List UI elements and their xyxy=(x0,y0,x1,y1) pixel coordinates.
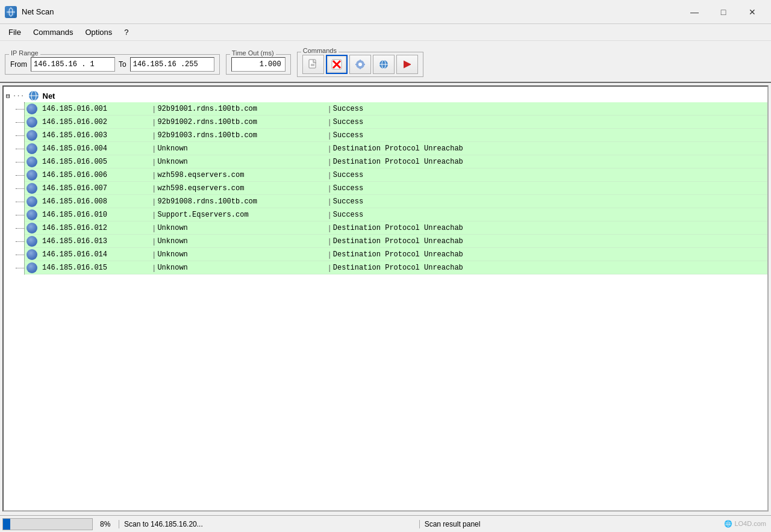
table-row[interactable]: 146.185.016.013|Unknown|Destination Prot… xyxy=(24,235,767,248)
row-sep1: | xyxy=(153,131,155,140)
row-ip: 146.185.016.004 xyxy=(42,144,151,153)
tree-root: ⊟ ··· Net 146.185.016.001|92b91001.rdns.… xyxy=(4,87,767,277)
close-button[interactable]: ✕ xyxy=(738,3,766,21)
row-sep1: | xyxy=(153,157,155,166)
row-status: Success xyxy=(333,118,363,126)
minimize-button[interactable]: — xyxy=(681,3,708,21)
table-row[interactable]: 146.185.016.015|Unknown|Destination Prot… xyxy=(24,261,767,274)
row-ip: 146.185.016.002 xyxy=(42,118,151,126)
scan-row-wrapper: 146.185.016.007|wzh598.eqservers.com|Suc… xyxy=(16,182,767,195)
scan-rows-container: 146.185.016.001|92b91001.rdns.100tb.com|… xyxy=(16,102,767,274)
row-sep2: | xyxy=(328,117,330,126)
host-icon xyxy=(27,117,37,128)
row-sep2: | xyxy=(328,263,330,272)
row-sep1: | xyxy=(153,104,155,113)
tree-expand-btn[interactable]: ⊟ xyxy=(6,92,10,100)
scan-row-wrapper: 146.185.016.003|92b91003.rdns.100tb.com|… xyxy=(16,129,767,142)
from-ip-input[interactable] xyxy=(31,57,115,72)
row-host: wzh598.eqservers.com xyxy=(157,184,326,193)
menu-item-?[interactable]: ? xyxy=(118,26,134,39)
row-sep2: | xyxy=(328,131,330,140)
row-sep2: | xyxy=(328,210,330,219)
options-button[interactable] xyxy=(349,55,371,74)
row-ip: 146.185.016.006 xyxy=(42,171,151,179)
host-icon xyxy=(27,209,37,220)
timeout-label: Time Out (ms) xyxy=(230,49,276,57)
lo4d-logo: 🌐 LO4D.com xyxy=(719,520,771,528)
host-icon xyxy=(27,143,37,154)
table-row[interactable]: 146.185.016.004|Unknown|Destination Prot… xyxy=(24,142,767,155)
row-sep1: | xyxy=(153,210,155,219)
ip-range-group: IP Range From To xyxy=(5,54,220,75)
svg-rect-14 xyxy=(363,64,365,65)
row-ip: 146.185.016.003 xyxy=(42,131,151,140)
host-icon xyxy=(27,196,37,207)
scan-row-wrapper: 146.185.016.015|Unknown|Destination Prot… xyxy=(16,261,767,274)
table-row[interactable]: 146.185.016.012|Unknown|Destination Prot… xyxy=(24,221,767,235)
row-sep2: | xyxy=(328,223,330,232)
scan-row-wrapper: 146.185.016.005|Unknown|Destination Prot… xyxy=(16,155,767,169)
host-icon xyxy=(27,223,37,234)
row-sep1: | xyxy=(153,117,155,126)
row-host: wzh598.eqservers.com xyxy=(157,171,326,179)
menu-item-commands[interactable]: Commands xyxy=(27,26,79,39)
maximize-button[interactable]: □ xyxy=(710,3,737,21)
row-status: Destination Protocol Unreachab xyxy=(333,250,463,259)
network-button[interactable] xyxy=(373,55,395,74)
status-bar: 8% Scan to 146.185.16.20... Scan result … xyxy=(0,515,771,532)
timeout-input[interactable] xyxy=(231,57,286,72)
main-content[interactable]: ⊟ ··· Net 146.185.016.001|92b91001.rdns.… xyxy=(2,85,769,512)
host-icon xyxy=(27,104,37,114)
row-ip: 146.185.016.008 xyxy=(42,197,151,206)
stop-button[interactable] xyxy=(326,55,348,74)
host-icon xyxy=(27,170,37,181)
row-host: 92b91002.rdns.100tb.com xyxy=(157,118,326,126)
scan-row-wrapper: 146.185.016.012|Unknown|Destination Prot… xyxy=(16,221,767,235)
table-row[interactable]: 146.185.016.014|Unknown|Destination Prot… xyxy=(24,248,767,261)
table-row[interactable]: 146.185.016.007|wzh598.eqservers.com|Suc… xyxy=(24,182,767,195)
status-panel: Scan result panel xyxy=(420,520,720,528)
table-row[interactable]: 146.185.016.003|92b91003.rdns.100tb.com|… xyxy=(24,129,767,142)
status-message: Scan to 146.185.16.20... xyxy=(119,520,420,528)
to-label: To xyxy=(119,60,126,69)
new-button[interactable] xyxy=(302,55,324,74)
table-row[interactable]: 146.185.016.008|92b91008.rdns.100tb.com|… xyxy=(24,195,767,208)
row-host: Support.Eqservers.com xyxy=(157,211,326,219)
from-label: From xyxy=(10,60,27,69)
to-ip-input[interactable] xyxy=(130,57,214,72)
row-ip: 146.185.016.013 xyxy=(42,237,151,246)
row-sep2: | xyxy=(328,157,330,166)
host-icon xyxy=(27,156,37,167)
row-sep1: | xyxy=(153,223,155,232)
row-sep2: | xyxy=(328,197,330,206)
row-status: Destination Protocol Unreachab xyxy=(333,158,463,166)
row-sep2: | xyxy=(328,144,330,153)
row-host: Unknown xyxy=(157,264,326,272)
row-host: Unknown xyxy=(157,144,326,153)
table-row[interactable]: 146.185.016.005|Unknown|Destination Prot… xyxy=(24,155,767,169)
run-button[interactable] xyxy=(396,55,418,74)
row-host: 92b91001.rdns.100tb.com xyxy=(157,105,326,113)
row-sep2: | xyxy=(328,104,330,113)
table-row[interactable]: 146.185.016.006|wzh598.eqservers.com|Suc… xyxy=(24,169,767,182)
timeout-group: Time Out (ms) xyxy=(226,54,291,75)
svg-point-10 xyxy=(358,63,362,66)
table-row[interactable]: 146.185.016.002|92b91002.rdns.100tb.com|… xyxy=(24,116,767,129)
row-ip: 146.185.016.012 xyxy=(42,224,151,232)
menu-item-options[interactable]: Options xyxy=(79,26,118,39)
scan-row-wrapper: 146.185.016.002|92b91002.rdns.100tb.com|… xyxy=(16,116,767,129)
svg-rect-11 xyxy=(360,60,361,61)
menu-item-file[interactable]: File xyxy=(2,26,27,39)
row-sep1: | xyxy=(153,250,155,259)
scan-row-wrapper: 146.185.016.014|Unknown|Destination Prot… xyxy=(16,248,767,261)
table-row[interactable]: 146.185.016.010|Support.Eqservers.com|Su… xyxy=(24,208,767,221)
row-status: Success xyxy=(333,197,363,206)
table-row[interactable]: 146.185.016.001|92b91001.rdns.100tb.com|… xyxy=(24,102,767,116)
progress-bar xyxy=(2,518,93,530)
row-ip: 146.185.016.005 xyxy=(42,158,151,166)
row-host: Unknown xyxy=(157,250,326,259)
row-sep2: | xyxy=(328,250,330,259)
row-sep1: | xyxy=(153,237,155,246)
row-ip: 146.185.016.015 xyxy=(42,264,151,272)
row-status: Destination Protocol Unreachab xyxy=(333,237,463,246)
